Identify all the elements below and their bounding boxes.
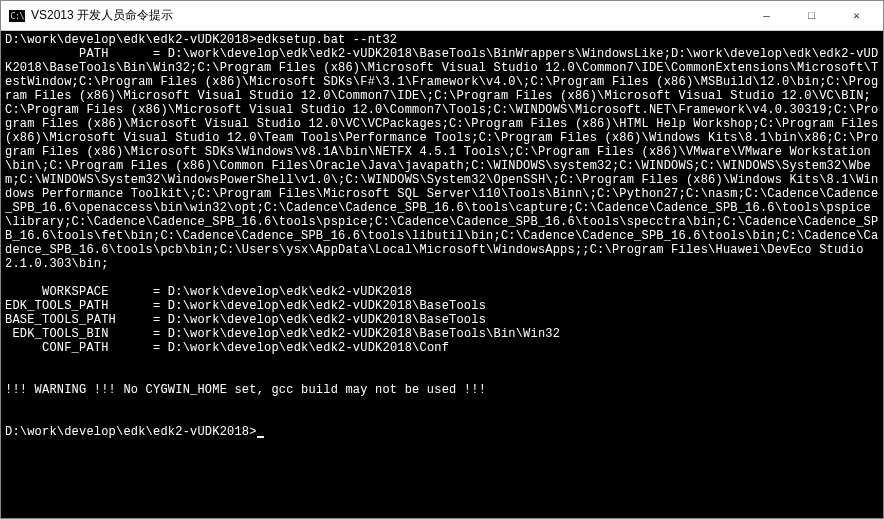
env-label: CONF_PATH = [5,341,168,355]
title-bar[interactable]: C:\ VS2013 开发人员命令提示 — □ ✕ [1,1,883,31]
env-label: EDK_TOOLS_PATH = [5,299,168,313]
env-value: D:\work\develop\edk\edk2-vUDK2018\Conf [168,341,449,355]
prompt-text: D:\work\develop\edk\edk2-vUDK2018> [5,425,257,439]
prompt-line: D:\work\develop\edk\edk2-vUDK2018> [5,425,264,439]
command-line: D:\work\develop\edk\edk2-vUDK2018>edkset… [5,33,397,47]
env-label: EDK_TOOLS_BIN = [5,327,168,341]
terminal-area[interactable]: D:\work\develop\edk\edk2-vUDK2018>edkset… [1,31,883,518]
env-label: BASE_TOOLS_PATH = [5,313,168,327]
window-controls: — □ ✕ [744,2,879,30]
env-row: WORKSPACE = D:\work\develop\edk\edk2-vUD… [5,285,412,299]
env-value: D:\work\develop\edk\edk2-vUDK2018 [168,285,412,299]
cursor [257,436,264,438]
window-title: VS2013 开发人员命令提示 [31,7,744,24]
env-value: D:\work\develop\edk\edk2-vUDK2018\BaseTo… [168,313,486,327]
warning-line: !!! WARNING !!! No CYGWIN_HOME set, gcc … [5,383,486,397]
env-label: WORKSPACE = [5,285,168,299]
env-value: D:\work\develop\edk\edk2-vUDK2018\BaseTo… [168,299,486,313]
env-row: EDK_TOOLS_BIN = D:\work\develop\edk\edk2… [5,327,560,341]
command-prompt-window: C:\ VS2013 开发人员命令提示 — □ ✕ D:\work\develo… [0,0,884,519]
path-label: PATH = [5,47,168,61]
path-value: D:\work\develop\edk\edk2-vUDK2018\BaseTo… [5,47,883,271]
env-row: EDK_TOOLS_PATH = D:\work\develop\edk\edk… [5,299,486,313]
close-button[interactable]: ✕ [834,2,879,30]
env-value: D:\work\develop\edk\edk2-vUDK2018\BaseTo… [168,327,560,341]
terminal-icon: C:\ [9,10,25,22]
maximize-button[interactable]: □ [789,2,834,30]
minimize-button[interactable]: — [744,2,789,30]
env-row: BASE_TOOLS_PATH = D:\work\develop\edk\ed… [5,313,486,327]
env-row: CONF_PATH = D:\work\develop\edk\edk2-vUD… [5,341,449,355]
